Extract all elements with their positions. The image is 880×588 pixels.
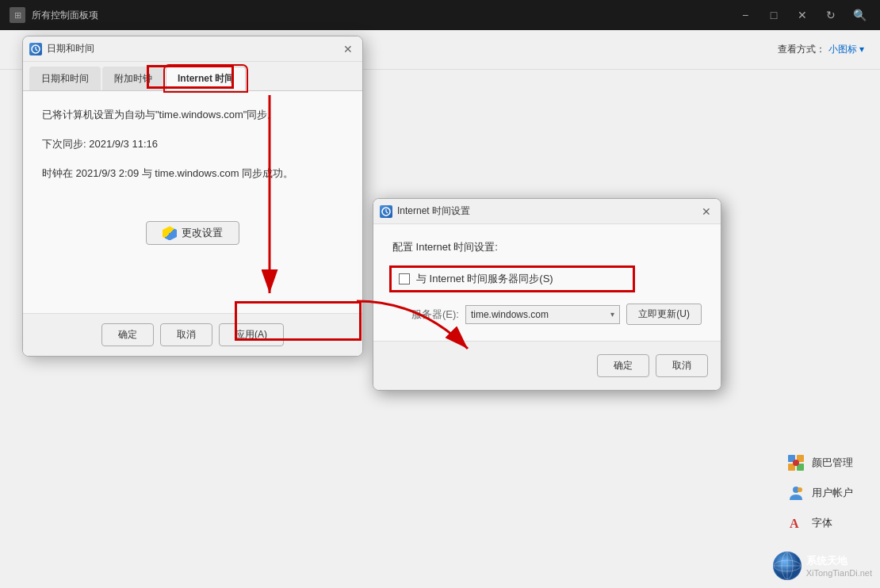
server-row: 服务器(E): time.windows.com ▾ 立即更新(U) [411, 304, 702, 325]
datetime-dialog-title: 日期和时间 [47, 42, 335, 55]
datetime-content: 已将计算机设置为自动与"time.windows.com"同步。 下次同步: 2… [23, 91, 362, 313]
change-settings-label: 更改设置 [182, 226, 223, 240]
inet-content-label: 配置 Internet 时间设置: [392, 240, 702, 254]
inet-dialog: Internet 时间设置 ✕ 配置 Internet 时间设置: 与 Inte… [373, 198, 721, 391]
cp-item-users[interactable]: 用户帐户 [783, 480, 856, 506]
server-label: 服务器(E): [411, 307, 459, 322]
datetime-tabs: 日期和时间 附加时钟 Internet 时间 [23, 62, 362, 91]
datetime-close-btn[interactable]: ✕ [340, 41, 356, 57]
tab-additional-clock[interactable]: 附加时钟 [102, 67, 164, 90]
watermark-text-area: 系统天地 XiTongTianDi.net [806, 554, 872, 578]
sync-label: 与 Internet 时间服务器同步(S) [416, 272, 553, 286]
taskbar-controls: − □ ✕ ↻ 🔍 [734, 4, 870, 26]
cp-item-font-label: 字体 [812, 516, 832, 530]
taskbar-maximize-btn[interactable]: □ [763, 4, 785, 26]
taskbar-app-icon: ⊞ [10, 7, 25, 23]
cp-item-yanba-icon [786, 453, 805, 472]
taskbar-minimize-btn[interactable]: − [734, 4, 756, 26]
server-input-text: time.windows.com [471, 309, 549, 320]
taskbar-close-btn[interactable]: ✕ [791, 4, 813, 26]
watermark: 系统天地 XiTongTianDi.net [773, 552, 872, 580]
watermark-globe-icon [773, 552, 802, 580]
view-control: 查看方式： 小图标 ▾ [778, 43, 864, 56]
watermark-site-name: 系统天地 [806, 554, 872, 568]
inet-close-btn[interactable]: ✕ [698, 204, 714, 220]
inet-footer: 确定 取消 [373, 341, 721, 390]
inet-dialog-icon [380, 205, 392, 218]
inet-dialog-title: Internet 时间设置 [397, 204, 694, 218]
tab-date-time[interactable]: 日期和时间 [29, 67, 101, 90]
cp-items-area: 颜巴管理 用户帐户 A 字体 [783, 450, 856, 536]
view-label: 查看方式： [778, 43, 825, 56]
datetime-dialog-icon [29, 43, 42, 55]
server-input[interactable]: time.windows.com ▾ [465, 305, 620, 324]
sync-checkbox[interactable] [399, 273, 410, 284]
datetime-text-line2: 下次同步: 2021/9/3 11:16 [42, 136, 343, 153]
shield-icon [163, 226, 177, 240]
taskbar-refresh-btn[interactable]: ↻ [820, 4, 842, 26]
datetime-cancel-btn[interactable]: 取消 [160, 323, 212, 346]
inet-ok-btn[interactable]: 确定 [597, 354, 649, 377]
cp-item-users-icon [786, 483, 805, 502]
svg-point-4 [793, 460, 799, 466]
cp-item-font[interactable]: A 字体 [783, 510, 856, 536]
datetime-footer: 确定 取消 应用(A) [23, 313, 362, 356]
settings-change-area: 更改设置 [42, 205, 343, 261]
svg-text:A: A [790, 517, 799, 530]
sync-checkbox-row[interactable]: 与 Internet 时间服务器同步(S) [392, 267, 702, 291]
tab-internet-time[interactable]: Internet 时间 [166, 67, 246, 90]
change-settings-btn[interactable]: 更改设置 [146, 221, 239, 245]
svg-point-6 [798, 487, 802, 492]
taskbar: ⊞ 所有控制面板项 − □ ✕ ↻ 🔍 [0, 0, 880, 30]
datetime-ok-btn[interactable]: 确定 [101, 323, 154, 346]
svg-line-13 [386, 212, 388, 213]
datetime-dialog: 日期和时间 ✕ 日期和时间 附加时钟 Internet 时间 已将计算机设置为自… [22, 36, 363, 357]
inet-content: 配置 Internet 时间设置: 与 Internet 时间服务器同步(S) … [373, 224, 721, 341]
update-now-btn[interactable]: 立即更新(U) [626, 304, 702, 325]
cp-item-yanba[interactable]: 颜巴管理 [783, 450, 856, 475]
datetime-apply-btn[interactable]: 应用(A) [219, 323, 284, 346]
datetime-titlebar: 日期和时间 ✕ [23, 36, 362, 62]
view-value-btn[interactable]: 小图标 ▾ [828, 43, 864, 56]
cp-item-users-label: 用户帐户 [812, 486, 853, 500]
taskbar-search-btn[interactable]: 🔍 [848, 4, 870, 26]
cp-item-font-icon: A [786, 514, 805, 533]
inet-titlebar: Internet 时间设置 ✕ [373, 199, 721, 224]
svg-line-10 [36, 49, 37, 51]
taskbar-title: 所有控制面板项 [32, 9, 98, 22]
server-dropdown-arrow-icon: ▾ [610, 310, 614, 319]
datetime-text-line3: 时钟在 2021/9/3 2:09 与 time.windows.com 同步成… [42, 166, 343, 182]
sync-row-container: 与 Internet 时间服务器同步(S) [392, 267, 702, 291]
cp-item-yanba-label: 颜巴管理 [812, 456, 853, 470]
watermark-site-url: XiTongTianDi.net [806, 568, 872, 578]
inet-cancel-btn[interactable]: 取消 [656, 354, 708, 377]
datetime-text-line1: 已将计算机设置为自动与"time.windows.com"同步。 [42, 107, 343, 124]
